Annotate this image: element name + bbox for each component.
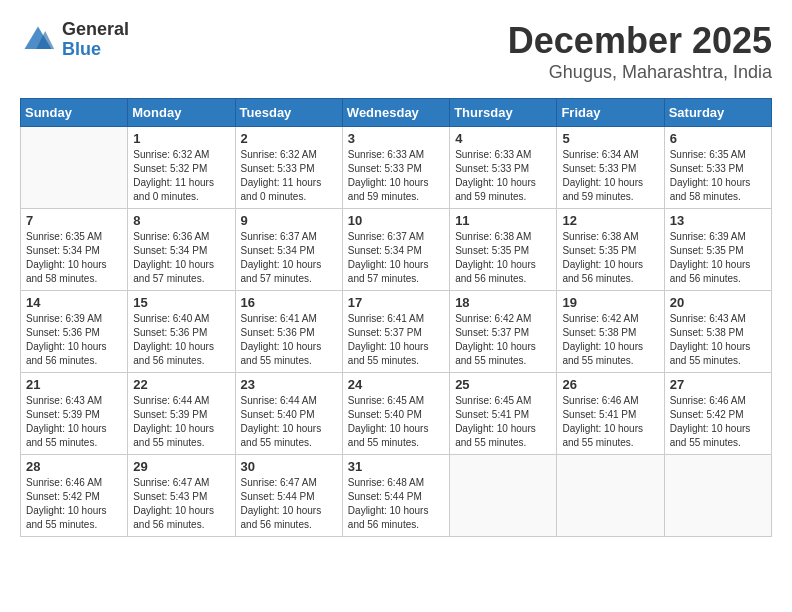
day-number: 15 <box>133 295 229 310</box>
day-number: 14 <box>26 295 122 310</box>
day-number: 18 <box>455 295 551 310</box>
cell-info: Sunrise: 6:38 AM Sunset: 5:35 PM Dayligh… <box>562 230 658 286</box>
weekday-header: Wednesday <box>342 99 449 127</box>
day-number: 27 <box>670 377 766 392</box>
day-number: 24 <box>348 377 444 392</box>
calendar-cell: 22Sunrise: 6:44 AM Sunset: 5:39 PM Dayli… <box>128 373 235 455</box>
cell-info: Sunrise: 6:44 AM Sunset: 5:40 PM Dayligh… <box>241 394 337 450</box>
calendar-cell: 11Sunrise: 6:38 AM Sunset: 5:35 PM Dayli… <box>450 209 557 291</box>
day-number: 22 <box>133 377 229 392</box>
calendar-cell: 27Sunrise: 6:46 AM Sunset: 5:42 PM Dayli… <box>664 373 771 455</box>
calendar-cell <box>21 127 128 209</box>
day-number: 2 <box>241 131 337 146</box>
cell-info: Sunrise: 6:46 AM Sunset: 5:42 PM Dayligh… <box>26 476 122 532</box>
calendar-cell: 5Sunrise: 6:34 AM Sunset: 5:33 PM Daylig… <box>557 127 664 209</box>
calendar-cell: 3Sunrise: 6:33 AM Sunset: 5:33 PM Daylig… <box>342 127 449 209</box>
day-number: 13 <box>670 213 766 228</box>
calendar-cell: 24Sunrise: 6:45 AM Sunset: 5:40 PM Dayli… <box>342 373 449 455</box>
weekday-header: Sunday <box>21 99 128 127</box>
logo: General Blue <box>20 20 129 60</box>
calendar-cell: 30Sunrise: 6:47 AM Sunset: 5:44 PM Dayli… <box>235 455 342 537</box>
day-number: 7 <box>26 213 122 228</box>
cell-info: Sunrise: 6:43 AM Sunset: 5:38 PM Dayligh… <box>670 312 766 368</box>
month-title: December 2025 <box>508 20 772 62</box>
cell-info: Sunrise: 6:35 AM Sunset: 5:33 PM Dayligh… <box>670 148 766 204</box>
cell-info: Sunrise: 6:40 AM Sunset: 5:36 PM Dayligh… <box>133 312 229 368</box>
cell-info: Sunrise: 6:44 AM Sunset: 5:39 PM Dayligh… <box>133 394 229 450</box>
calendar-cell: 4Sunrise: 6:33 AM Sunset: 5:33 PM Daylig… <box>450 127 557 209</box>
calendar-week-row: 7Sunrise: 6:35 AM Sunset: 5:34 PM Daylig… <box>21 209 772 291</box>
day-number: 23 <box>241 377 337 392</box>
day-number: 19 <box>562 295 658 310</box>
calendar-cell: 7Sunrise: 6:35 AM Sunset: 5:34 PM Daylig… <box>21 209 128 291</box>
cell-info: Sunrise: 6:32 AM Sunset: 5:32 PM Dayligh… <box>133 148 229 204</box>
day-number: 30 <box>241 459 337 474</box>
day-number: 12 <box>562 213 658 228</box>
calendar-cell: 15Sunrise: 6:40 AM Sunset: 5:36 PM Dayli… <box>128 291 235 373</box>
cell-info: Sunrise: 6:46 AM Sunset: 5:41 PM Dayligh… <box>562 394 658 450</box>
cell-info: Sunrise: 6:33 AM Sunset: 5:33 PM Dayligh… <box>455 148 551 204</box>
calendar-cell: 13Sunrise: 6:39 AM Sunset: 5:35 PM Dayli… <box>664 209 771 291</box>
calendar-cell: 8Sunrise: 6:36 AM Sunset: 5:34 PM Daylig… <box>128 209 235 291</box>
calendar-week-row: 21Sunrise: 6:43 AM Sunset: 5:39 PM Dayli… <box>21 373 772 455</box>
cell-info: Sunrise: 6:39 AM Sunset: 5:35 PM Dayligh… <box>670 230 766 286</box>
day-number: 20 <box>670 295 766 310</box>
calendar-cell: 31Sunrise: 6:48 AM Sunset: 5:44 PM Dayli… <box>342 455 449 537</box>
calendar-week-row: 1Sunrise: 6:32 AM Sunset: 5:32 PM Daylig… <box>21 127 772 209</box>
cell-info: Sunrise: 6:45 AM Sunset: 5:40 PM Dayligh… <box>348 394 444 450</box>
cell-info: Sunrise: 6:47 AM Sunset: 5:43 PM Dayligh… <box>133 476 229 532</box>
calendar-cell <box>450 455 557 537</box>
cell-info: Sunrise: 6:36 AM Sunset: 5:34 PM Dayligh… <box>133 230 229 286</box>
cell-info: Sunrise: 6:42 AM Sunset: 5:38 PM Dayligh… <box>562 312 658 368</box>
calendar-cell: 28Sunrise: 6:46 AM Sunset: 5:42 PM Dayli… <box>21 455 128 537</box>
calendar-cell: 23Sunrise: 6:44 AM Sunset: 5:40 PM Dayli… <box>235 373 342 455</box>
calendar-cell: 12Sunrise: 6:38 AM Sunset: 5:35 PM Dayli… <box>557 209 664 291</box>
cell-info: Sunrise: 6:34 AM Sunset: 5:33 PM Dayligh… <box>562 148 658 204</box>
day-number: 11 <box>455 213 551 228</box>
calendar-cell <box>557 455 664 537</box>
weekday-header: Tuesday <box>235 99 342 127</box>
cell-info: Sunrise: 6:46 AM Sunset: 5:42 PM Dayligh… <box>670 394 766 450</box>
cell-info: Sunrise: 6:39 AM Sunset: 5:36 PM Dayligh… <box>26 312 122 368</box>
weekday-header: Monday <box>128 99 235 127</box>
cell-info: Sunrise: 6:41 AM Sunset: 5:37 PM Dayligh… <box>348 312 444 368</box>
calendar-cell: 16Sunrise: 6:41 AM Sunset: 5:36 PM Dayli… <box>235 291 342 373</box>
calendar-cell: 17Sunrise: 6:41 AM Sunset: 5:37 PM Dayli… <box>342 291 449 373</box>
day-number: 8 <box>133 213 229 228</box>
calendar-header-row: SundayMondayTuesdayWednesdayThursdayFrid… <box>21 99 772 127</box>
cell-info: Sunrise: 6:38 AM Sunset: 5:35 PM Dayligh… <box>455 230 551 286</box>
title-section: December 2025 Ghugus, Maharashtra, India <box>508 20 772 83</box>
day-number: 9 <box>241 213 337 228</box>
calendar-cell: 21Sunrise: 6:43 AM Sunset: 5:39 PM Dayli… <box>21 373 128 455</box>
logo-text: General Blue <box>62 20 129 60</box>
calendar-cell: 25Sunrise: 6:45 AM Sunset: 5:41 PM Dayli… <box>450 373 557 455</box>
logo-blue: Blue <box>62 40 129 60</box>
location-title: Ghugus, Maharashtra, India <box>508 62 772 83</box>
calendar-cell: 6Sunrise: 6:35 AM Sunset: 5:33 PM Daylig… <box>664 127 771 209</box>
calendar-cell: 10Sunrise: 6:37 AM Sunset: 5:34 PM Dayli… <box>342 209 449 291</box>
day-number: 16 <box>241 295 337 310</box>
day-number: 31 <box>348 459 444 474</box>
calendar-cell: 20Sunrise: 6:43 AM Sunset: 5:38 PM Dayli… <box>664 291 771 373</box>
calendar-cell: 9Sunrise: 6:37 AM Sunset: 5:34 PM Daylig… <box>235 209 342 291</box>
day-number: 25 <box>455 377 551 392</box>
day-number: 6 <box>670 131 766 146</box>
day-number: 3 <box>348 131 444 146</box>
day-number: 1 <box>133 131 229 146</box>
calendar-cell: 18Sunrise: 6:42 AM Sunset: 5:37 PM Dayli… <box>450 291 557 373</box>
cell-info: Sunrise: 6:41 AM Sunset: 5:36 PM Dayligh… <box>241 312 337 368</box>
cell-info: Sunrise: 6:33 AM Sunset: 5:33 PM Dayligh… <box>348 148 444 204</box>
page-header: General Blue December 2025 Ghugus, Mahar… <box>20 20 772 83</box>
day-number: 17 <box>348 295 444 310</box>
day-number: 4 <box>455 131 551 146</box>
cell-info: Sunrise: 6:32 AM Sunset: 5:33 PM Dayligh… <box>241 148 337 204</box>
calendar-cell: 1Sunrise: 6:32 AM Sunset: 5:32 PM Daylig… <box>128 127 235 209</box>
calendar-cell: 14Sunrise: 6:39 AM Sunset: 5:36 PM Dayli… <box>21 291 128 373</box>
weekday-header: Friday <box>557 99 664 127</box>
day-number: 29 <box>133 459 229 474</box>
cell-info: Sunrise: 6:43 AM Sunset: 5:39 PM Dayligh… <box>26 394 122 450</box>
cell-info: Sunrise: 6:37 AM Sunset: 5:34 PM Dayligh… <box>241 230 337 286</box>
cell-info: Sunrise: 6:48 AM Sunset: 5:44 PM Dayligh… <box>348 476 444 532</box>
cell-info: Sunrise: 6:42 AM Sunset: 5:37 PM Dayligh… <box>455 312 551 368</box>
day-number: 28 <box>26 459 122 474</box>
